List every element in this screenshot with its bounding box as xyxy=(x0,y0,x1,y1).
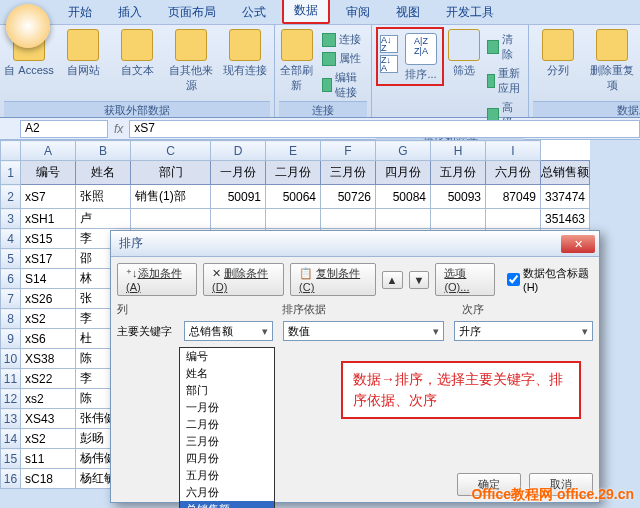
header-cell[interactable]: 四月份 xyxy=(376,161,431,185)
header-cell[interactable]: 五月份 xyxy=(431,161,486,185)
header-cell[interactable]: 部门 xyxy=(131,161,211,185)
row-2[interactable]: 2 xyxy=(1,185,21,209)
cell[interactable]: sC18 xyxy=(21,469,76,489)
cell[interactable] xyxy=(321,209,376,229)
header-cell[interactable]: 一月份 xyxy=(211,161,266,185)
cell[interactable]: 50064 xyxy=(266,185,321,209)
tab-开始[interactable]: 开始 xyxy=(58,1,102,24)
header-cell[interactable]: 六月份 xyxy=(486,161,541,185)
btn-自文本[interactable]: 自文本 xyxy=(112,27,162,78)
sort-az-icon[interactable]: A↓ZZ↓A xyxy=(380,31,398,82)
drop-item[interactable]: 六月份 xyxy=(180,484,274,501)
header-cell[interactable]: 总销售额 xyxy=(541,161,590,185)
col-D[interactable]: D xyxy=(211,141,266,161)
cell[interactable]: xS26 xyxy=(21,289,76,309)
row-6[interactable]: 6 xyxy=(1,269,21,289)
cell[interactable]: xS17 xyxy=(21,249,76,269)
office-button[interactable] xyxy=(6,4,50,48)
key-dropdown-list[interactable]: 编号姓名部门一月份二月份三月份四月份五月份六月份总销售额 xyxy=(179,347,275,508)
row-9[interactable]: 9 xyxy=(1,329,21,349)
drop-item[interactable]: 编号 xyxy=(180,348,274,365)
cell[interactable]: XS43 xyxy=(21,409,76,429)
btn-重新应用[interactable]: 重新应用 xyxy=(484,65,524,97)
close-icon[interactable]: ✕ xyxy=(561,235,595,253)
cell[interactable]: 50084 xyxy=(376,185,431,209)
delete-condition-button[interactable]: ✕ 删除条件(D) xyxy=(203,263,284,296)
cell[interactable]: 351463 xyxy=(541,209,590,229)
btn-清除[interactable]: 清除 xyxy=(484,31,524,63)
dialog-titlebar[interactable]: 排序 ✕ xyxy=(111,231,599,257)
copy-condition-button[interactable]: 📋 复制条件(C) xyxy=(290,263,376,296)
row-13[interactable]: 13 xyxy=(1,409,21,429)
cell[interactable]: 销售(1)部 xyxy=(131,185,211,209)
cell[interactable]: xS15 xyxy=(21,229,76,249)
cell[interactable]: 337474 xyxy=(541,185,590,209)
sort-button[interactable]: A|ZZ|A排序... xyxy=(402,31,440,82)
cell[interactable]: S14 xyxy=(21,269,76,289)
tab-开发工具[interactable]: 开发工具 xyxy=(436,1,504,24)
cell[interactable] xyxy=(266,209,321,229)
btn-属性[interactable]: 属性 xyxy=(319,50,367,67)
col-B[interactable]: B xyxy=(76,141,131,161)
drop-item[interactable]: 二月份 xyxy=(180,416,274,433)
col-E[interactable]: E xyxy=(266,141,321,161)
btn-连接[interactable]: 连接 xyxy=(319,31,367,48)
drop-item[interactable]: 总销售额 xyxy=(180,501,274,508)
options-button[interactable]: 选项(O)... xyxy=(435,263,495,296)
has-header-checkbox[interactable]: 数据包含标题(H) xyxy=(507,266,593,293)
sort-order-select[interactable]: 升序 xyxy=(454,321,593,341)
drop-item[interactable]: 五月份 xyxy=(180,467,274,484)
btn-自网站[interactable]: 自网站 xyxy=(58,27,108,78)
cell[interactable]: xSH1 xyxy=(21,209,76,229)
cell[interactable]: 卢 xyxy=(76,209,131,229)
cell[interactable] xyxy=(131,209,211,229)
drop-item[interactable]: 一月份 xyxy=(180,399,274,416)
cell[interactable]: 50093 xyxy=(431,185,486,209)
add-condition-button[interactable]: ⁺↓添加条件(A) xyxy=(117,263,197,296)
drop-item[interactable]: 部门 xyxy=(180,382,274,399)
cell[interactable]: xS2 xyxy=(21,309,76,329)
tab-审阅[interactable]: 审阅 xyxy=(336,1,380,24)
row-11[interactable]: 11 xyxy=(1,369,21,389)
row-14[interactable]: 14 xyxy=(1,429,21,449)
tab-页面布局[interactable]: 页面布局 xyxy=(158,1,226,24)
header-cell[interactable]: 姓名 xyxy=(76,161,131,185)
cell[interactable]: xS22 xyxy=(21,369,76,389)
cell[interactable] xyxy=(431,209,486,229)
refresh-all-button[interactable]: 全部刷新 xyxy=(279,27,315,93)
cell[interactable]: XS38 xyxy=(21,349,76,369)
cell[interactable]: 50726 xyxy=(321,185,376,209)
tab-数据[interactable]: 数据 xyxy=(282,0,330,24)
fx-icon[interactable]: fx xyxy=(114,122,123,136)
filter-button[interactable]: 筛选 xyxy=(448,27,480,78)
row-10[interactable]: 10 xyxy=(1,349,21,369)
col-G[interactable]: G xyxy=(376,141,431,161)
row-7[interactable]: 7 xyxy=(1,289,21,309)
cell[interactable]: xS2 xyxy=(21,429,76,449)
cell[interactable]: xS7 xyxy=(21,185,76,209)
btn-分列[interactable]: 分列 xyxy=(533,27,583,78)
col-A[interactable]: A xyxy=(21,141,76,161)
row-1[interactable]: 1 xyxy=(1,161,21,185)
sort-basis-select[interactable]: 数值 xyxy=(283,321,444,341)
cell[interactable]: 张照 xyxy=(76,185,131,209)
cell[interactable] xyxy=(486,209,541,229)
col-C[interactable]: C xyxy=(131,141,211,161)
name-box[interactable]: A2 xyxy=(20,120,108,138)
col-H[interactable]: H xyxy=(431,141,486,161)
drop-item[interactable]: 三月份 xyxy=(180,433,274,450)
row-3[interactable]: 3 xyxy=(1,209,21,229)
header-cell[interactable]: 三月份 xyxy=(321,161,376,185)
drop-item[interactable]: 四月份 xyxy=(180,450,274,467)
cell[interactable]: xs2 xyxy=(21,389,76,409)
btn-编辑链接[interactable]: 编辑链接 xyxy=(319,69,367,101)
drop-item[interactable]: 姓名 xyxy=(180,365,274,382)
move-down-button[interactable]: ▼ xyxy=(409,271,430,289)
btn-自其他来源[interactable]: 自其他来源 xyxy=(166,27,216,93)
main-key-select[interactable]: 总销售额 xyxy=(184,321,274,341)
tab-公式[interactable]: 公式 xyxy=(232,1,276,24)
cell[interactable]: 87049 xyxy=(486,185,541,209)
header-cell[interactable]: 二月份 xyxy=(266,161,321,185)
cell[interactable] xyxy=(376,209,431,229)
row-5[interactable]: 5 xyxy=(1,249,21,269)
